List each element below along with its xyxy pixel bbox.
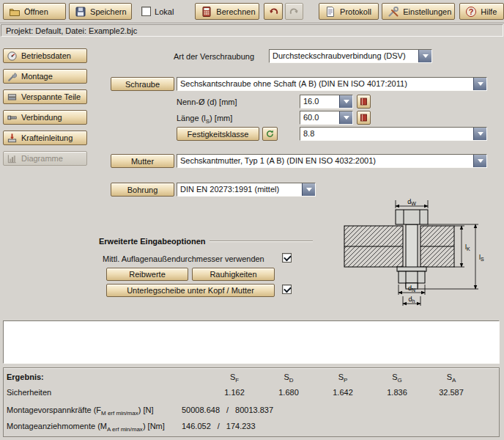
schraube-button[interactable]: Schraube bbox=[111, 77, 174, 91]
project-statusbar: Projekt: Default, Datei: Example2.bjc bbox=[1, 24, 503, 37]
results-column-sf: SF bbox=[207, 373, 262, 384]
sicherheit-sg-value: 1.836 bbox=[370, 388, 424, 397]
chevron-down-icon[interactable] bbox=[302, 183, 315, 196]
bohrung-button-label: Bohrung bbox=[127, 186, 158, 194]
bolt-joint-drawing: dW lK lS dN dh bbox=[333, 198, 491, 317]
open-button-label: Öffnen bbox=[24, 7, 48, 16]
sidebar-label-diagramme: Diagramme bbox=[21, 154, 63, 163]
vorspannkraft-values: 50008.648/80013.837 bbox=[182, 406, 273, 414]
dim-dw-label: dW bbox=[407, 198, 416, 206]
results-column-sp: SP bbox=[316, 373, 370, 384]
chart-icon bbox=[7, 153, 18, 164]
toolbar: Öffnen Speichern Lokal Berechnen bbox=[0, 0, 504, 23]
results-panel: Ergebnis: SF SD SP SG SA Sicherheiten 1.… bbox=[3, 367, 500, 437]
sidebar-item-verspannte-teile[interactable]: Verspannte Teile bbox=[3, 89, 87, 104]
bolt-icon bbox=[7, 112, 18, 123]
sidebar-item-montage[interactable]: Montage bbox=[3, 69, 87, 84]
rauhigkeiten-button[interactable]: Rauhigkeiten bbox=[192, 268, 275, 281]
sicherheit-sp-value: 1.642 bbox=[316, 388, 370, 397]
open-button[interactable]: Öffnen bbox=[3, 3, 66, 20]
festigkeitsklasse-select[interactable]: 8.8 bbox=[300, 127, 487, 141]
sidebar-item-krafteinleitung[interactable]: Krafteinleitung bbox=[3, 131, 87, 145]
mutter-button-label: Mutter bbox=[131, 157, 154, 166]
calculator-icon bbox=[201, 6, 212, 18]
reibwerte-button[interactable]: Reibwerte bbox=[106, 268, 188, 281]
protocol-button[interactable]: Protokoll bbox=[319, 3, 379, 20]
advanced-options-group-title: Erweiterte Eingabeoptionen bbox=[99, 237, 313, 246]
protocol-button-label: Protokoll bbox=[340, 7, 371, 16]
mutter-button[interactable]: Mutter bbox=[111, 154, 174, 168]
schraube-select[interactable]: Sechskantschraube ohne Schaft (A B) (DIN… bbox=[177, 77, 487, 91]
standard-table-icon bbox=[359, 113, 368, 122]
laenge-value: 60.0 bbox=[300, 111, 339, 124]
operating-data-gauge-icon bbox=[7, 51, 18, 62]
sidebar-label-betriebsdaten: Betriebsdaten bbox=[21, 51, 71, 60]
sidebar-item-betriebsdaten[interactable]: Betriebsdaten bbox=[3, 48, 87, 63]
results-title: Ergebnis: bbox=[7, 373, 207, 381]
reibwerte-button-label: Reibwerte bbox=[129, 270, 166, 279]
bohrung-select[interactable]: DIN EN 20273:1991 (mittel) bbox=[177, 183, 316, 197]
chevron-down-icon[interactable] bbox=[473, 128, 486, 140]
chevron-down-icon[interactable] bbox=[473, 78, 486, 90]
sicherheit-sa-value: 32.587 bbox=[424, 388, 478, 397]
laenge-table-button[interactable] bbox=[357, 111, 371, 125]
sidebar-item-diagramme[interactable]: Diagramme bbox=[3, 151, 87, 166]
app-window: Öffnen Speichern Lokal Berechnen bbox=[0, 0, 504, 440]
chevron-down-icon[interactable] bbox=[339, 95, 352, 108]
results-column-sa: SA bbox=[424, 373, 478, 384]
festigkeitsklasse-button[interactable]: Festigkeitsklasse bbox=[177, 127, 259, 141]
sicherheit-sd-value: 1.680 bbox=[262, 388, 316, 397]
save-button[interactable]: Speichern bbox=[69, 3, 132, 20]
festigkeitsklasse-refresh-button[interactable] bbox=[262, 127, 278, 141]
unterlegscheibe-button[interactable]: Unterlegscheibe unter Kopf / Mutter bbox=[106, 284, 275, 297]
unterlegscheibe-button-label: Unterlegscheibe unter Kopf / Mutter bbox=[127, 286, 254, 295]
message-area bbox=[3, 320, 500, 364]
schraube-button-label: Schraube bbox=[125, 80, 160, 89]
nenn-d-table-button[interactable] bbox=[357, 95, 371, 109]
vorspannkraft-row: Montagevorspannkräfte (FM erf min/max) [… bbox=[4, 403, 499, 419]
unterlegscheibe-checkbox[interactable] bbox=[282, 285, 292, 294]
verschraubung-select[interactable]: Durchsteckschraubverbindung (DSV) bbox=[269, 49, 432, 63]
mutter-value: Sechskantmutter, Typ 1 (A B) (DIN EN ISO… bbox=[177, 155, 473, 167]
anziehmoment-values: 146.052/174.233 bbox=[182, 422, 256, 430]
local-label: Lokal bbox=[155, 7, 174, 16]
calculate-button[interactable]: Berechnen bbox=[195, 3, 259, 20]
results-header-row: Ergebnis: SF SD SP SG SA bbox=[4, 373, 499, 388]
clamped-plates-icon bbox=[7, 92, 18, 103]
help-button[interactable]: ? Hilfe bbox=[459, 3, 504, 20]
svg-text:?: ? bbox=[469, 7, 474, 16]
chevron-down-icon[interactable] bbox=[473, 155, 486, 167]
undo-button[interactable] bbox=[264, 3, 282, 20]
local-checkbox[interactable] bbox=[141, 7, 151, 16]
sidebar-label-verspannte-teile: Verspannte Teile bbox=[21, 92, 81, 101]
force-arrow-icon bbox=[7, 133, 18, 144]
festigkeitsklasse-button-label: Festigkeitsklasse bbox=[188, 130, 249, 139]
nenn-d-label: Nenn-Ø (d) [mm] bbox=[177, 98, 237, 106]
nenn-d-select[interactable]: 16.0 bbox=[300, 95, 353, 109]
protocol-document-icon bbox=[325, 6, 336, 18]
settings-button-label: Einstellungen bbox=[403, 7, 451, 16]
chevron-down-icon[interactable] bbox=[339, 111, 352, 124]
advanced-options-label: Erweiterte Eingabeoptionen bbox=[99, 237, 205, 246]
open-folder-icon bbox=[9, 6, 21, 18]
nenn-d-value: 16.0 bbox=[300, 95, 339, 108]
vorspannkraft-label: Montagevorspannkräfte (FM erf min/max) [… bbox=[7, 406, 153, 417]
mutter-select[interactable]: Sechskantmutter, Typ 1 (A B) (DIN EN ISO… bbox=[177, 154, 487, 168]
redo-button[interactable] bbox=[285, 3, 303, 20]
settings-button[interactable]: Einstellungen bbox=[382, 3, 455, 20]
laenge-select[interactable]: 60.0 bbox=[300, 111, 353, 125]
verschraubung-label: Art der Verschraubung bbox=[174, 52, 254, 61]
anziehmoment-label: Montageanziehmomente (MA erf min/max) [N… bbox=[7, 422, 165, 433]
redo-icon bbox=[289, 6, 300, 17]
anziehmoment-row: Montageanziehmomente (MA erf min/max) [N… bbox=[4, 419, 499, 436]
results-column-sg: SG bbox=[370, 373, 424, 384]
auflage-checkbox[interactable] bbox=[282, 253, 292, 263]
sicherheiten-label: Sicherheiten bbox=[7, 388, 207, 397]
sidebar-item-verbindung[interactable]: Verbindung bbox=[3, 110, 87, 125]
chevron-down-icon[interactable] bbox=[418, 50, 431, 62]
results-column-sd: SD bbox=[262, 373, 316, 384]
project-status-text: Projekt: Default, Datei: Example2.bjc bbox=[6, 26, 137, 35]
undo-icon bbox=[268, 6, 279, 17]
bohrung-button[interactable]: Bohrung bbox=[111, 183, 174, 197]
laenge-label: Länge (lS) [mm] bbox=[177, 114, 232, 125]
